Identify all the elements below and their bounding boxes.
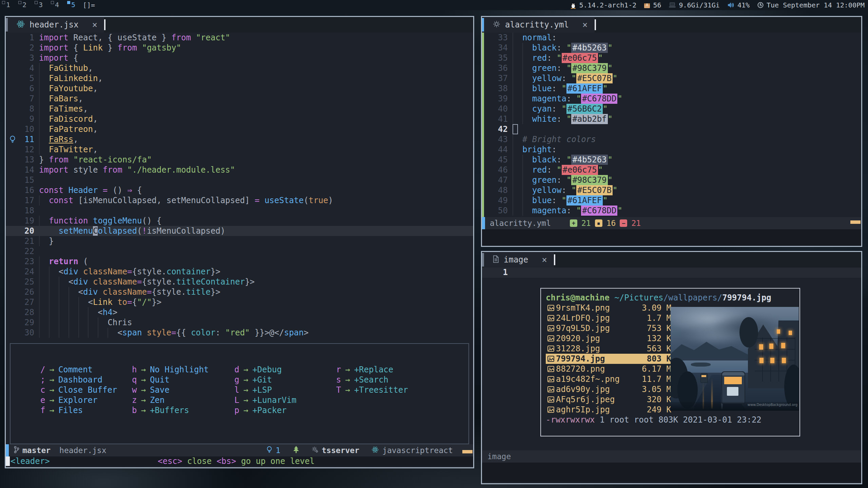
whichkey-binding-z[interactable]: z→Zen [132,395,234,406]
tab-header-jsx[interactable]: header.jsx × [8,17,104,33]
whichkey-binding-;[interactable]: ;→Dashboard [40,375,132,385]
code-line[interactable]: 41white: "#abb2bf" [482,114,861,124]
code-line[interactable]: 17const [isMenuCollapsed, setMenuCollaps… [6,195,473,206]
code-line[interactable]: 2import { Link } from "gatsby" [6,43,473,53]
whichkey-binding-l[interactable]: l→+LSP [234,385,336,395]
tab-close-icon[interactable]: × [542,255,547,265]
code-line[interactable]: 25<div className={style.titleContainer}> [6,277,473,287]
code-line[interactable]: 1import React, { useState } from "react" [6,33,473,43]
code-line[interactable]: 35red: "#e06c75" [482,53,861,63]
code-line[interactable]: 36green: "#98C379" [482,63,861,73]
code-line[interactable]: 42 [482,124,861,134]
code-line[interactable]: 4FaGithub, [6,63,473,73]
workspace-tag-5[interactable]: 5 [65,0,81,10]
code-line[interactable]: 46red: "#e06c75" [482,165,861,175]
code-line[interactable]: 18 [6,206,473,216]
code-line[interactable]: 37yellow: "#E5C07B" [482,73,861,83]
code-line[interactable]: 48yellow: "#E5C07B" [482,185,861,195]
whichkey-binding-q[interactable]: q→Quit [132,375,234,385]
layout-indicator[interactable]: []= [83,1,95,9]
code-line[interactable]: 1 [482,268,861,278]
code-line[interactable]: 34black: "#4b5263" [482,43,861,53]
code-line[interactable]: 7FaBars, [6,94,473,104]
whichkey-binding-c[interactable]: c→Close Buffer [40,385,132,395]
code-line[interactable]: 5FaLinkedin, [6,73,473,83]
color-swatch: #61AFEF [566,83,603,94]
whichkey-binding-/[interactable]: /→Comment [40,365,132,375]
code-line[interactable]: 3import { [6,53,473,63]
whichkey-binding-T[interactable]: T→+Treesitter [336,385,468,395]
code-line[interactable]: 14import style from "./header.module.les… [6,165,473,175]
whichkey-binding-g[interactable]: g→+Git [234,375,336,385]
file-size: 11.7 M [642,374,674,384]
arrow-icon: → [239,365,252,375]
whichkey-binding-w[interactable]: w→Save [132,385,234,395]
file-row[interactable]: a19c482f~.png11.7 M [546,374,674,384]
code-line[interactable]: 28<h4> [6,307,473,317]
file-row[interactable]: 20920.jpg132 K [546,333,674,344]
code-line[interactable]: 27<Link to={"/"}> [6,297,473,307]
whichkey-binding-d[interactable]: d→+Debug [234,365,336,375]
code-line[interactable]: 50magenta: "#C678DD" [482,206,861,216]
file-row[interactable]: aghr5Ip.jpg249 K [546,405,674,415]
whichkey-binding-L[interactable]: L→+LunarVim [234,395,336,406]
code-line[interactable]: 13} from "react-icons/fa" [6,155,473,165]
file-row[interactable]: 97q9L5D.jpg753 K [546,323,674,333]
workspace-tag-2[interactable]: 2 [16,0,33,10]
code-line[interactable]: 30<span style={{ color: "red" }}>@</span… [6,328,473,338]
code-line[interactable]: 22 [6,246,473,256]
code-line[interactable]: 47green: "#98C379" [482,175,861,185]
code-line[interactable]: 44bright: [482,144,861,155]
code-line[interactable]: 23return ( [6,256,473,267]
cmdline-left[interactable]: <leader> <esc> close <bs> go up one leve… [6,456,473,466]
tab-alacritty-yml[interactable]: alacritty.yml × [484,17,595,33]
git-branch[interactable]: master [14,446,51,455]
tab-close-icon[interactable]: × [582,20,588,30]
file-row[interactable]: 24LrDFQ.jpg1.7 M [546,313,674,323]
code-line[interactable]: 19function toggleMenu() { [6,216,473,226]
code-line[interactable]: 45black: "#4b5263" [482,155,861,165]
whichkey-binding-h[interactable]: h→No Highlight [132,365,234,375]
file-row[interactable]: AFq5r6j.jpeg320 K [546,394,674,405]
workspace-tag-4[interactable]: 4 [49,0,65,10]
code-line[interactable]: 33normal: [482,33,861,43]
file-row[interactable]: 9rsmTK4.png3.09 M [546,303,674,313]
code-line[interactable]: 10FaPatreon, [6,124,473,134]
code-line[interactable]: 6FaYoutube, [6,83,473,94]
code-line[interactable]: 11FaRss, [6,134,473,144]
code-line[interactable]: 43# Bright colors [482,134,861,144]
code-line[interactable]: 12FaTwitter, [6,144,473,155]
code-line[interactable]: 29Chris [6,317,473,328]
tab-title: image [504,255,528,265]
file-row[interactable]: 799794.jpg803 K [546,354,674,364]
code-line[interactable]: 40cyan: "#56B6C2" [482,104,861,114]
file-size: 803 K [647,354,674,364]
kernel-segment: 5.14.2-arch1-2 [570,1,637,9]
image-file-icon [546,325,556,331]
workspace-tag-3[interactable]: 3 [33,0,49,10]
line-number: 3 [19,53,39,63]
code-line[interactable]: 15 [6,175,473,185]
code-line[interactable]: 9FaDiscord, [6,114,473,124]
whichkey-binding-p[interactable]: p→+Packer [234,406,336,416]
whichkey-binding-r[interactable]: r→+Replace [336,365,468,375]
code-line[interactable]: 49blue: "#61AFEF" [482,195,861,206]
whichkey-binding-f[interactable]: f→Files [40,406,132,416]
code-line[interactable]: 39magenta: "#C678DD" [482,94,861,104]
code-line[interactable]: 24<div className={style.container}> [6,267,473,277]
whichkey-binding-b[interactable]: b→+Buffers [132,406,234,416]
whichkey-binding-e[interactable]: e→Explorer [40,395,132,406]
code-line[interactable]: 16const Header = () ⇒ { [6,185,473,195]
code-line[interactable]: 8FaTimes, [6,104,473,114]
code-line[interactable]: 38blue: "#61AFEF" [482,83,861,94]
tab-image[interactable]: image × [484,252,554,268]
file-row[interactable]: 31228.jpg563 K [546,344,674,354]
file-row[interactable]: ad6v90y.jpg3.05 M [546,384,674,394]
code-line[interactable]: 21} [6,236,473,246]
whichkey-binding-s[interactable]: s→+Search [336,375,468,385]
code-line[interactable]: 20setMenuCollapsed(!isMenuCollapsed) [6,226,473,236]
workspace-tag-1[interactable]: 1 [0,0,16,10]
file-row[interactable]: 882720.png6.17 M [546,364,674,374]
code-line[interactable]: 26<div className={style.title}> [6,287,473,297]
tab-close-icon[interactable]: × [92,20,98,30]
